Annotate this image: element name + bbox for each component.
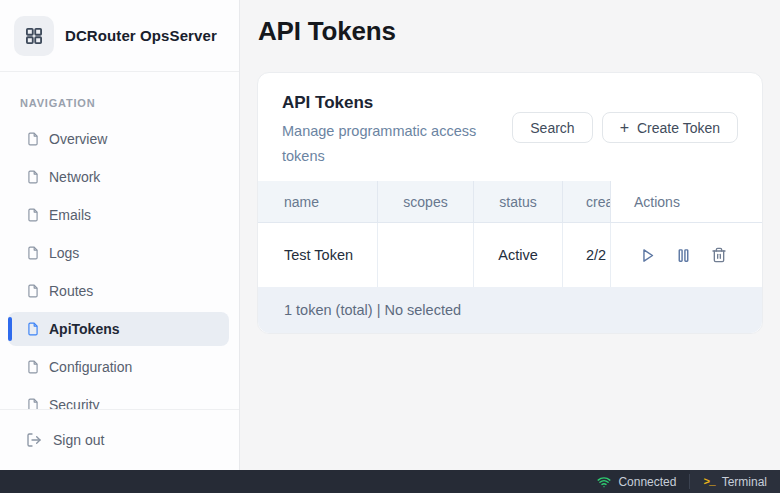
nav-section-label: NAVIGATION bbox=[20, 97, 239, 109]
sidebar-item-overview[interactable]: Overview bbox=[8, 122, 229, 156]
play-icon[interactable] bbox=[637, 245, 657, 265]
file-icon bbox=[26, 246, 40, 260]
file-icon bbox=[26, 398, 40, 409]
create-token-label: Create Token bbox=[637, 120, 720, 136]
grid-icon bbox=[24, 26, 44, 46]
sidebar-item-label: Configuration bbox=[49, 359, 132, 375]
terminal-button[interactable]: >_ Terminal bbox=[690, 470, 780, 493]
file-icon bbox=[26, 170, 40, 184]
cell-token-created: 2/2 bbox=[563, 223, 611, 287]
sidebar-item-label: Network bbox=[49, 169, 100, 185]
cell-token-scopes bbox=[378, 223, 474, 287]
pause-icon[interactable] bbox=[673, 245, 693, 265]
sidebar: DCRouter OpsServer NAVIGATION Overview N… bbox=[0, 0, 240, 470]
sidebar-header: DCRouter OpsServer bbox=[0, 0, 239, 72]
sidebar-item-apitokens[interactable]: ApiTokens bbox=[8, 312, 229, 346]
active-indicator-bar bbox=[8, 317, 12, 341]
search-button-label: Search bbox=[530, 120, 574, 136]
table-summary: 1 token (total) | No selected bbox=[284, 302, 461, 318]
file-icon bbox=[26, 322, 40, 336]
main-content: API Tokens API Tokens Manage programmati… bbox=[240, 0, 780, 470]
sidebar-item-label: Routes bbox=[49, 283, 93, 299]
sidebar-item-label: Logs bbox=[49, 245, 79, 261]
column-header-name: name bbox=[258, 181, 378, 223]
card-header-actions: Search + Create Token bbox=[512, 112, 738, 143]
connection-status-label: Connected bbox=[618, 475, 676, 489]
file-icon bbox=[26, 132, 40, 146]
column-header-scopes: scopes bbox=[378, 181, 474, 223]
column-header-created: crea bbox=[563, 181, 611, 223]
table-row: Test Token Active 2/2 bbox=[258, 223, 762, 287]
connection-status: Connected bbox=[584, 470, 689, 493]
sidebar-nav: Overview Network Emails Logs Routes bbox=[0, 122, 239, 409]
sidebar-item-label: Security bbox=[49, 397, 100, 409]
cell-token-status: Active bbox=[474, 223, 563, 287]
column-header-actions: Actions bbox=[610, 181, 762, 223]
sidebar-item-logs[interactable]: Logs bbox=[8, 236, 229, 270]
table-header-row: name scopes status crea Actions bbox=[258, 181, 762, 223]
plus-icon: + bbox=[620, 120, 629, 136]
search-button[interactable]: Search bbox=[512, 112, 592, 143]
sidebar-item-label: ApiTokens bbox=[49, 321, 120, 337]
sidebar-item-configuration[interactable]: Configuration bbox=[8, 350, 229, 384]
sidebar-item-emails[interactable]: Emails bbox=[8, 198, 229, 232]
api-tokens-card: API Tokens Manage programmatic access to… bbox=[257, 72, 763, 334]
column-header-status: status bbox=[474, 181, 563, 223]
sidebar-item-label: Emails bbox=[49, 207, 91, 223]
sign-out-button[interactable]: Sign out bbox=[0, 432, 239, 448]
cell-token-actions bbox=[610, 223, 762, 287]
app-logo bbox=[14, 16, 54, 56]
cell-token-name: Test Token bbox=[258, 223, 378, 287]
status-bar: Connected >_ Terminal bbox=[0, 470, 780, 493]
card-title: API Tokens bbox=[282, 93, 494, 113]
terminal-label: Terminal bbox=[722, 475, 767, 489]
file-icon bbox=[26, 284, 40, 298]
sidebar-item-routes[interactable]: Routes bbox=[8, 274, 229, 308]
wifi-icon bbox=[597, 475, 611, 489]
app-title: DCRouter OpsServer bbox=[65, 27, 217, 44]
sidebar-item-security[interactable]: Security bbox=[8, 388, 229, 409]
trash-icon[interactable] bbox=[709, 245, 729, 265]
sidebar-item-network[interactable]: Network bbox=[8, 160, 229, 194]
sidebar-footer: Sign out bbox=[0, 409, 239, 470]
sidebar-item-label: Overview bbox=[49, 131, 107, 147]
sign-out-label: Sign out bbox=[53, 432, 104, 448]
table-footer: 1 token (total) | No selected bbox=[258, 287, 762, 333]
card-header: API Tokens Manage programmatic access to… bbox=[258, 73, 762, 181]
page-title: API Tokens bbox=[258, 16, 780, 47]
terminal-icon: >_ bbox=[703, 476, 714, 488]
logout-icon bbox=[26, 432, 42, 448]
file-icon bbox=[26, 360, 40, 374]
create-token-button[interactable]: + Create Token bbox=[602, 112, 738, 143]
file-icon bbox=[26, 208, 40, 222]
card-header-text: API Tokens Manage programmatic access to… bbox=[282, 93, 494, 169]
card-subtitle: Manage programmatic access tokens bbox=[282, 119, 494, 169]
